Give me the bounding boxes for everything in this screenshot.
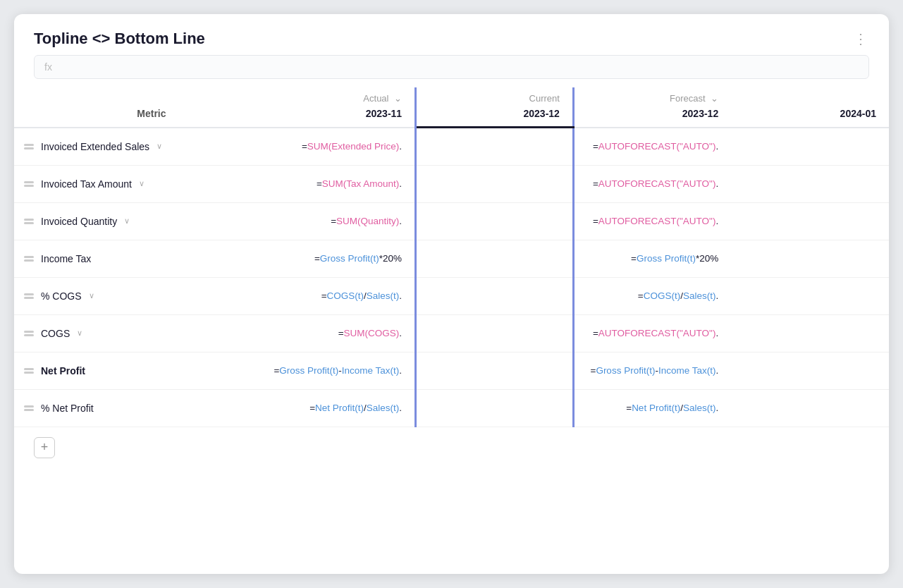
formula-actual-cell[interactable]: =SUM(Extended Price). bbox=[258, 128, 416, 166]
formula-part: SUM(Extended Price) bbox=[307, 141, 400, 152]
formula-current-cell bbox=[416, 128, 574, 166]
formula-part: AUTOFORECAST("AUTO") bbox=[598, 178, 716, 189]
formula-current-cell bbox=[416, 389, 574, 427]
formula-part: . bbox=[715, 403, 718, 413]
formula-bar[interactable]: fx bbox=[34, 55, 869, 79]
metric-cell: COGS∨ bbox=[14, 314, 258, 352]
formula-actual-cell[interactable]: =SUM(COGS). bbox=[258, 314, 416, 352]
formula-part: = bbox=[626, 403, 632, 413]
formula-part: Sales(t) bbox=[683, 290, 716, 301]
metric-date-head: Metric bbox=[14, 104, 258, 128]
formula-forecast-cell[interactable]: =AUTOFORECAST("AUTO"). bbox=[573, 165, 731, 202]
formula-forecast-cell[interactable]: =COGS(t)/Sales(t). bbox=[573, 277, 731, 314]
actual-group-header[interactable]: Actual ⌄ bbox=[258, 87, 416, 104]
formula-current-cell bbox=[416, 240, 574, 277]
metric-name-label: Invoiced Quantity bbox=[41, 216, 117, 227]
forecast-group-header[interactable]: Forecast ⌄ bbox=[573, 87, 731, 104]
metric-name-label: % COGS bbox=[41, 290, 82, 302]
add-metric-button[interactable]: + bbox=[34, 437, 55, 458]
formula-part: SUM(Tax Amount) bbox=[322, 178, 400, 189]
formula-forecast-cell[interactable]: =AUTOFORECAST("AUTO"). bbox=[573, 314, 731, 352]
formula-part: SUM(Quantity) bbox=[336, 216, 399, 226]
formula-part: = bbox=[593, 178, 598, 189]
formula-part: . bbox=[715, 365, 718, 376]
formula-actual-cell[interactable]: =SUM(Tax Amount). bbox=[258, 165, 416, 202]
formula-forecast-cell[interactable]: =Gross Profit(t)*20% bbox=[573, 240, 731, 277]
drag-handle-icon[interactable] bbox=[21, 404, 37, 412]
table-row: Net Profit=Gross Profit(t)-Income Tax(t)… bbox=[14, 352, 889, 389]
formula-forecast-cell[interactable]: =AUTOFORECAST("AUTO"). bbox=[573, 202, 731, 240]
formula-actual-cell[interactable]: =Net Profit(t)/Sales(t). bbox=[258, 389, 416, 427]
formula-forecast2-cell bbox=[731, 202, 889, 240]
formula-part: = bbox=[302, 141, 307, 152]
formula-part: AUTOFORECAST("AUTO") bbox=[598, 328, 716, 338]
formula-part: . bbox=[399, 290, 402, 301]
formula-part: Sales(t) bbox=[367, 290, 400, 301]
card-title: Topline <> Bottom Line bbox=[34, 30, 205, 48]
formula-part: Net Profit(t) bbox=[632, 403, 680, 413]
formula-part: = bbox=[638, 290, 644, 301]
main-card: Topline <> Bottom Line ⋮ fx Actual ⌄ Cur… bbox=[14, 14, 889, 574]
formula-part: = bbox=[331, 216, 336, 226]
formula-part: AUTOFORECAST("AUTO") bbox=[598, 216, 716, 226]
metric-name-label: Invoiced Extended Sales bbox=[41, 141, 149, 152]
formula-part: COGS(t) bbox=[644, 290, 681, 301]
formula-part: SUM(COGS) bbox=[344, 328, 400, 338]
formula-current-cell bbox=[416, 202, 574, 240]
formula-forecast2-cell bbox=[731, 240, 889, 277]
date-row: Metric 2023-11 2023-12 2023-12 2024-01 bbox=[14, 104, 889, 128]
add-row-area: + bbox=[14, 427, 889, 468]
drag-handle-icon[interactable] bbox=[21, 142, 37, 151]
drag-handle-icon[interactable] bbox=[21, 329, 37, 338]
metric-cell: Invoiced Tax Amount∨ bbox=[14, 165, 258, 202]
formula-part: . bbox=[399, 178, 402, 189]
metrics-table: Actual ⌄ Current Forecast ⌄ Metric 2023-… bbox=[14, 87, 889, 427]
forecast-chevron-icon: ⌄ bbox=[711, 93, 718, 104]
metric-cell: % COGS∨ bbox=[14, 277, 258, 314]
date-forecast1: 2023-12 bbox=[573, 104, 731, 128]
formula-part: Gross Profit(t) bbox=[320, 253, 379, 264]
formula-part: *20% bbox=[379, 253, 402, 264]
formula-current-cell bbox=[416, 277, 574, 314]
card-header: Topline <> Bottom Line ⋮ bbox=[14, 14, 889, 55]
table-row: % COGS∨=COGS(t)/Sales(t).=COGS(t)/Sales(… bbox=[14, 277, 889, 314]
drag-handle-icon[interactable] bbox=[21, 292, 37, 300]
formula-part: Gross Profit(t) bbox=[596, 365, 655, 376]
formula-forecast2-cell bbox=[731, 165, 889, 202]
drag-handle-icon[interactable] bbox=[21, 367, 37, 375]
formula-part: . bbox=[715, 216, 718, 226]
current-group-header: Current bbox=[416, 87, 574, 104]
formula-current-cell bbox=[416, 165, 574, 202]
formula-part: . bbox=[715, 290, 718, 301]
formula-part: Gross Profit(t) bbox=[279, 365, 338, 376]
formula-forecast-cell[interactable]: =Net Profit(t)/Sales(t). bbox=[573, 389, 731, 427]
formula-part: = bbox=[309, 403, 315, 413]
forecast2-group-header bbox=[731, 87, 889, 104]
formula-actual-cell[interactable]: =Gross Profit(t)*20% bbox=[258, 240, 416, 277]
date-actual: 2023-11 bbox=[258, 104, 416, 128]
formula-current-cell bbox=[416, 352, 574, 389]
more-options-icon[interactable]: ⋮ bbox=[854, 30, 869, 47]
formula-part: . bbox=[715, 328, 718, 338]
drag-handle-icon[interactable] bbox=[21, 217, 37, 226]
formula-forecast-cell[interactable]: =Gross Profit(t)-Income Tax(t). bbox=[573, 352, 731, 389]
metric-cell: Net Profit bbox=[14, 352, 258, 389]
formula-actual-cell[interactable]: =SUM(Quantity). bbox=[258, 202, 416, 240]
formula-forecast-cell[interactable]: =AUTOFORECAST("AUTO"). bbox=[573, 128, 731, 166]
formula-part: = bbox=[314, 253, 320, 264]
drag-handle-icon[interactable] bbox=[21, 255, 37, 263]
formula-actual-cell[interactable]: =Gross Profit(t)-Income Tax(t). bbox=[258, 352, 416, 389]
drag-handle-icon[interactable] bbox=[21, 180, 37, 188]
metric-expand-chevron-icon[interactable]: ∨ bbox=[124, 216, 130, 226]
formula-actual-cell[interactable]: =COGS(t)/Sales(t). bbox=[258, 277, 416, 314]
metric-expand-chevron-icon[interactable]: ∨ bbox=[156, 142, 162, 151]
date-forecast2: 2024-01 bbox=[731, 104, 889, 128]
column-group-row: Actual ⌄ Current Forecast ⌄ bbox=[14, 87, 889, 104]
metric-expand-chevron-icon[interactable]: ∨ bbox=[77, 329, 82, 338]
metric-expand-chevron-icon[interactable]: ∨ bbox=[139, 179, 145, 188]
formula-part: *20% bbox=[696, 253, 718, 264]
formula-part: Gross Profit(t) bbox=[637, 253, 696, 264]
metric-expand-chevron-icon[interactable]: ∨ bbox=[89, 291, 94, 300]
table-row: Invoiced Tax Amount∨=SUM(Tax Amount).=AU… bbox=[14, 165, 889, 202]
table-row: Invoiced Extended Sales∨=SUM(Extended Pr… bbox=[14, 128, 889, 166]
